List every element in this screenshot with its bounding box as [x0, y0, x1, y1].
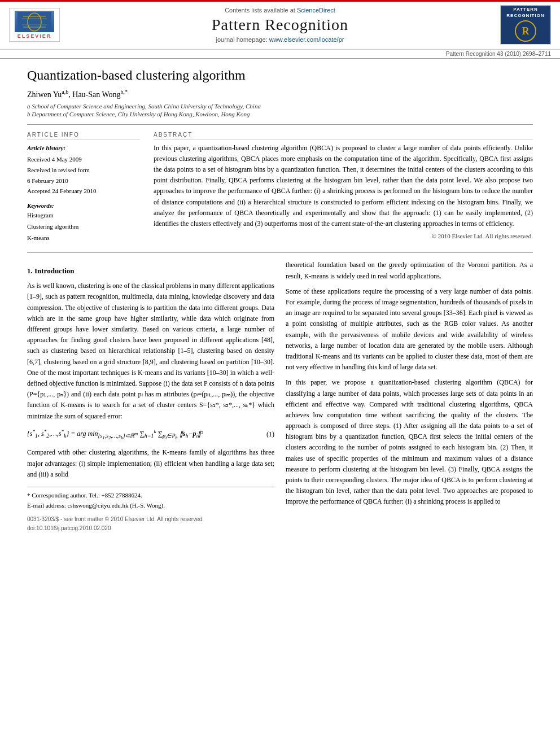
section1-number: 1.	[27, 267, 33, 275]
doi-line: Pattern Recognition 43 (2010) 2698–2711	[0, 50, 560, 59]
homepage-link[interactable]: www.elsevier.com/locate/pr	[269, 36, 344, 43]
corresponding-author-note: * Corresponding author. Tel.: +852 27888…	[27, 491, 274, 501]
footer-issn: 0031-3203/$ - see front matter © 2010 El…	[27, 515, 274, 533]
journal-homepage: journal homepage: www.elsevier.com/locat…	[60, 36, 500, 43]
divider-after-affiliations	[27, 124, 533, 125]
authors-line: Zhiwen Yua,b, Hau-San Wongb,*	[27, 89, 533, 99]
right-para1: theoretical foundation based on the gree…	[286, 260, 533, 281]
journal-center: Contents lists available at ScienceDirec…	[60, 7, 500, 43]
footnote-section: * Corresponding author. Tel.: +852 27888…	[27, 487, 274, 510]
formula-expression: {s*1, s*2,…,s*k} = arg min{s1,s2,…,sk}⊂ℝ…	[27, 427, 203, 442]
paper-title: Quantization-based clustering algorithm	[27, 68, 533, 83]
formula-block: {s*1, s*2,…,s*k} = arg min{s1,s2,…,sk}⊂ℝ…	[27, 427, 274, 442]
revised-date: 6 February 2010	[27, 176, 140, 186]
revised-label: Received in revised form	[27, 165, 140, 176]
right-para2: Some of these applications require the p…	[286, 286, 533, 373]
email-note: E-mail address: cshswong@cityu.edu.hk (H…	[27, 501, 274, 511]
section1-title: 1. Introduction	[27, 265, 274, 277]
copyright-line: © 2010 Elsevier Ltd. All rights reserved…	[154, 233, 533, 239]
email-label: E-mail address:	[27, 502, 66, 509]
abstract-heading: ABSTRACT	[154, 132, 533, 139]
pattern-recognition-logo: PATTERNRECOGNITION R	[500, 5, 551, 45]
section1-heading: Introduction	[34, 267, 75, 275]
article-info-heading: ARTICLE INFO	[27, 132, 140, 139]
affiliation-a: a School of Computer Science and Enginee…	[27, 103, 533, 110]
journal-header: ELSEVIER Contents lists available at Sci…	[0, 0, 560, 50]
pr-logo-icon: R	[515, 20, 536, 42]
body-right-col: theoretical foundation based on the gree…	[286, 260, 533, 533]
formula-number: (1)	[266, 429, 274, 440]
received-date: Received 4 May 2009	[27, 154, 140, 165]
intro-para1: As is well known, clustering is one of t…	[27, 281, 274, 421]
pr-logo-text: PATTERNRECOGNITION	[506, 6, 544, 19]
doi-line-footer: doi:10.1016/j.patcog.2010.02.020	[27, 524, 274, 533]
issn-line: 0031-3203/$ - see front matter © 2010 El…	[27, 515, 274, 524]
author2-name: Hau-San Wong	[72, 90, 120, 99]
history-label: Article history:	[27, 143, 140, 154]
sciencedirect-link[interactable]: ScienceDirect	[297, 7, 335, 14]
keyword2: Clustering algorithm	[27, 221, 140, 233]
article-info-col: ARTICLE INFO Article history: Received 4…	[27, 132, 140, 244]
svg-rect-0	[18, 12, 51, 32]
author1-name: Zhiwen Yu	[27, 90, 62, 99]
journal-title: Pattern Recognition	[60, 16, 500, 34]
author2-sup: b,*	[121, 89, 128, 95]
svg-text:R: R	[522, 25, 530, 37]
elsevier-text: ELSEVIER	[18, 33, 52, 39]
abstract-text: In this paper, a quantization-based clus…	[154, 143, 533, 230]
body-left-col: 1. Introduction As is well known, cluste…	[27, 260, 274, 533]
divider-after-abstract	[27, 252, 533, 253]
keyword1: Histogram	[27, 210, 140, 221]
keyword3: K-means	[27, 233, 140, 244]
author1-sup: a,b	[62, 89, 68, 95]
right-para3: In this paper, we propose a quantization…	[286, 377, 533, 507]
elsevier-logo-image	[15, 11, 54, 32]
affiliation-b: b Department of Computer Science, City U…	[27, 111, 533, 117]
intro-para2: Compared with other clustering algorithm…	[27, 447, 274, 480]
article-info-abstract: ARTICLE INFO Article history: Received 4…	[27, 132, 533, 244]
main-content: Quantization-based clustering algorithm …	[0, 59, 560, 542]
keywords-section: Keywords: Histogram Clustering algorithm…	[27, 202, 140, 243]
journal-available: Contents lists available at ScienceDirec…	[60, 7, 500, 14]
accepted-date: Accepted 24 February 2010	[27, 186, 140, 196]
abstract-col: ABSTRACT In this paper, a quantization-b…	[154, 132, 533, 244]
elsevier-logo: ELSEVIER	[9, 8, 60, 42]
email-value: cshswong@cityu.edu.hk (H.-S. Wong).	[67, 502, 165, 509]
keywords-label: Keywords:	[27, 202, 140, 209]
body-content: 1. Introduction As is well known, cluste…	[27, 260, 533, 533]
article-history: Article history: Received 4 May 2009 Rec…	[27, 143, 140, 196]
